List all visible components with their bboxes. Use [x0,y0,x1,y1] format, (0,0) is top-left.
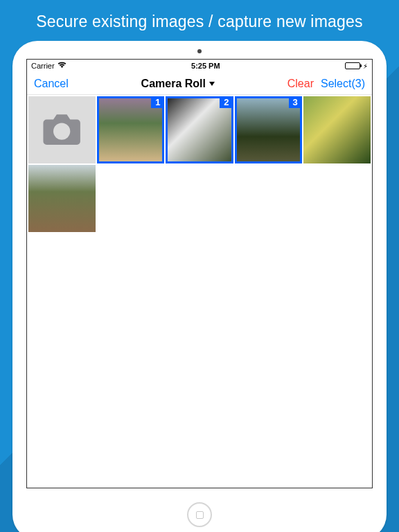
photo-tile[interactable]: 2 [166,96,233,163]
album-title: Camera Roll [141,78,206,90]
selection-badge: 3 [289,96,302,108]
selection-badge: 1 [151,96,164,108]
cancel-button[interactable]: Cancel [34,78,69,90]
device-camera-dot [197,49,202,53]
home-button[interactable] [187,502,212,527]
select-button[interactable]: Select(3) [321,78,365,90]
photo-thumbnail [28,165,96,232]
photo-tile[interactable] [28,165,96,232]
capture-new-tile[interactable] [28,96,96,163]
photo-grid: 1 2 3 [27,95,372,233]
home-square-icon [196,511,204,519]
selection-badge: 2 [220,96,233,108]
carrier-label: Carrier [31,62,55,70]
battery-icon [345,62,360,69]
status-time: 5:25 PM [191,62,220,70]
device-frame: Carrier 5:25 PM ⚡︎ Cancel Camera Roll Cl… [12,41,387,532]
photo-tile[interactable]: 3 [235,96,302,163]
nav-bar: Cancel Camera Roll Clear Select(3) [27,72,372,95]
wifi-icon [57,62,66,70]
clear-button[interactable]: Clear [287,78,314,90]
photo-thumbnail [303,96,371,163]
photo-tile[interactable]: 1 [97,96,164,163]
select-count: (3) [351,78,365,89]
promo-caption: Secure existing images / capture new ima… [0,0,399,41]
select-label: Select [321,78,351,89]
svg-point-0 [53,123,70,140]
status-bar: Carrier 5:25 PM ⚡︎ [27,60,372,72]
album-selector[interactable]: Camera Roll [141,78,215,90]
charging-icon: ⚡︎ [363,62,368,70]
photo-tile[interactable] [303,96,371,163]
device-screen: Carrier 5:25 PM ⚡︎ Cancel Camera Roll Cl… [26,59,373,488]
chevron-down-icon [209,82,215,86]
camera-icon [42,109,82,150]
